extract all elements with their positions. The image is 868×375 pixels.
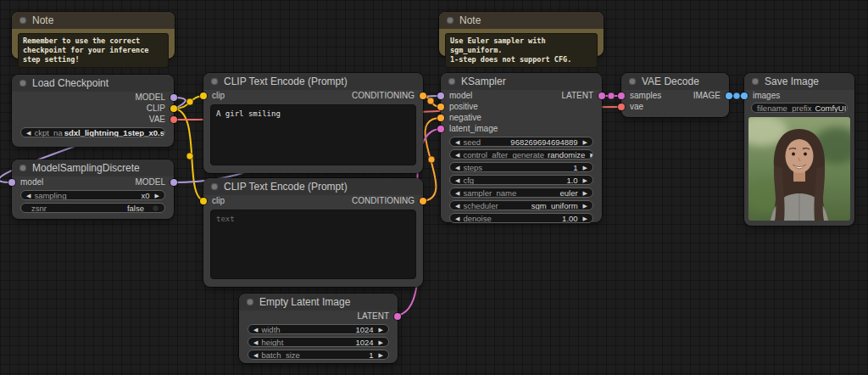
note-text[interactable]: Remember to use the correct checkpoint f…: [18, 33, 169, 68]
positive-input-port[interactable]: [437, 104, 444, 110]
images-input-port[interactable]: [741, 92, 748, 99]
model-output-port[interactable]: [170, 94, 177, 101]
prompt-textarea-placeholder[interactable]: text: [210, 210, 416, 279]
empty-latent-image-node[interactable]: Empty Latent Image LATENT ◀ width 1024 ▶…: [239, 294, 398, 363]
widget-label: height: [261, 338, 283, 347]
node-header[interactable]: CLIP Text Encode (Prompt): [203, 178, 423, 195]
cfg-widget[interactable]: ◀ cfg 1.0 ▶: [449, 175, 593, 185]
prev-arrow-icon[interactable]: ◀: [26, 130, 31, 136]
prev-arrow-icon[interactable]: ◀: [455, 139, 459, 145]
sampling-widget[interactable]: ◀ sampling x0 ▶: [20, 190, 165, 200]
node-header[interactable]: KSampler: [441, 73, 602, 90]
conditioning-output-port[interactable]: [420, 198, 426, 204]
next-arrow-icon[interactable]: ▶: [583, 165, 587, 171]
vae-decode-node[interactable]: VAE Decode samples IMAGE vae: [621, 73, 729, 117]
prev-arrow-icon[interactable]: ◀: [455, 165, 459, 171]
widget-value: 1024: [355, 338, 375, 347]
save-image-node[interactable]: Save Image images filename_prefix ComfyU…: [744, 73, 854, 226]
seed-widget[interactable]: ◀ seed 968269694694889 ▶: [449, 137, 593, 147]
collapse-dot-icon[interactable]: [211, 78, 218, 85]
next-arrow-icon[interactable]: ▶: [379, 352, 383, 358]
scheduler-widget[interactable]: ◀ scheduler sgm_uniform ▶: [449, 200, 593, 210]
model-input-port[interactable]: [437, 92, 444, 99]
sampler-name-widget[interactable]: ◀ sampler_name euler ▶: [449, 188, 593, 198]
toggle-knob-icon[interactable]: [152, 204, 159, 212]
node-header[interactable]: Empty Latent Image: [239, 294, 398, 311]
collapse-dot-icon[interactable]: [211, 183, 218, 190]
clip-input-port[interactable]: [200, 198, 207, 204]
collapse-dot-icon[interactable]: [448, 78, 455, 85]
collapse-dot-icon[interactable]: [629, 78, 636, 85]
widget-label: ckpt_na: [34, 128, 62, 137]
prev-arrow-icon[interactable]: ◀: [26, 193, 31, 199]
next-arrow-icon[interactable]: ▶: [155, 193, 159, 199]
width-widget[interactable]: ◀ width 1024 ▶: [248, 324, 389, 334]
node-header[interactable]: ModelSamplingDiscrete: [12, 160, 174, 176]
collapse-dot-icon[interactable]: [19, 165, 26, 171]
port-label: MODEL: [135, 177, 165, 187]
clip-text-encode-negative-node[interactable]: CLIP Text Encode (Prompt) clip CONDITION…: [203, 178, 423, 287]
latent-output-port[interactable]: [394, 313, 401, 320]
clip-input-port[interactable]: [200, 92, 207, 99]
ksampler-node[interactable]: KSampler model LATENT positive negative …: [441, 73, 602, 222]
next-arrow-icon[interactable]: ▶: [583, 177, 587, 183]
height-widget[interactable]: ◀ height 1024 ▶: [248, 337, 389, 347]
next-arrow-icon[interactable]: ▶: [583, 190, 587, 196]
next-arrow-icon[interactable]: ▶: [379, 339, 383, 345]
prev-arrow-icon[interactable]: ◀: [455, 152, 459, 158]
model-output-port[interactable]: [170, 179, 177, 186]
prev-arrow-icon[interactable]: ◀: [253, 339, 258, 345]
latent-image-input-port[interactable]: [437, 126, 444, 132]
denoise-widget[interactable]: ◀ denoise 1.00 ▶: [449, 213, 593, 223]
node-header[interactable]: Save Image: [744, 73, 854, 90]
note-header[interactable]: Note: [439, 12, 604, 29]
comfyui-node-graph-canvas[interactable]: { "app": { "name": "ComfyUI workflow gra…: [0, 0, 868, 375]
batch-size-widget[interactable]: ◀ batch_size 1 ▶: [248, 350, 389, 360]
note-header[interactable]: Note: [12, 12, 175, 29]
node-header[interactable]: VAE Decode: [621, 73, 729, 90]
image-output-port[interactable]: [726, 92, 732, 99]
steps-widget[interactable]: ◀ steps 1 ▶: [449, 162, 593, 172]
model-input-port[interactable]: [8, 179, 15, 186]
collapse-dot-icon[interactable]: [752, 78, 759, 85]
prev-arrow-icon[interactable]: ◀: [455, 177, 459, 183]
filename-prefix-widget[interactable]: filename_prefix ComfyUI: [751, 103, 848, 113]
conditioning-output-port[interactable]: [420, 92, 426, 99]
prev-arrow-icon[interactable]: ◀: [253, 327, 258, 333]
prev-arrow-icon[interactable]: ◀: [455, 203, 459, 209]
collapse-dot-icon[interactable]: [19, 17, 26, 24]
next-arrow-icon[interactable]: ▶: [590, 152, 593, 158]
prev-arrow-icon[interactable]: ◀: [455, 215, 459, 221]
widget-label: sampler_name: [463, 188, 516, 198]
next-arrow-icon[interactable]: ▶: [583, 203, 587, 209]
clip-output-port[interactable]: [170, 105, 177, 112]
next-arrow-icon[interactable]: ▶: [379, 327, 383, 333]
node-header[interactable]: CLIP Text Encode (Prompt): [203, 73, 423, 90]
prompt-textarea[interactable]: A girl smiling: [210, 104, 416, 165]
port-label: model: [20, 177, 43, 187]
collapse-dot-icon[interactable]: [247, 299, 253, 305]
node-header[interactable]: Load Checkpoint: [12, 75, 174, 92]
control-after-generate-widget[interactable]: ◀ control_after_generate randomize ▶: [449, 149, 593, 160]
vae-output-port[interactable]: [170, 116, 177, 123]
note-node-sampler[interactable]: Note Use Euler sampler with sgm_uniform.…: [439, 12, 604, 56]
port-label: positive: [449, 102, 478, 111]
note-node-checkpoint[interactable]: Note Remember to use the correct checkpo…: [12, 12, 175, 59]
ckpt-name-widget[interactable]: ◀ ckpt_na sdxl_lightning_1step_x0.safete…: [20, 127, 165, 137]
prev-arrow-icon[interactable]: ◀: [253, 352, 258, 358]
collapse-dot-icon[interactable]: [447, 17, 453, 24]
vae-input-port[interactable]: [618, 104, 625, 110]
model-sampling-discrete-node[interactable]: ModelSamplingDiscrete model MODEL ◀ samp…: [12, 160, 174, 219]
load-checkpoint-node[interactable]: Load Checkpoint MODEL CLIP VAE ◀ ckpt_na…: [12, 75, 174, 147]
note-text[interactable]: Use Euler sampler with sgm_uniform. 1-st…: [445, 33, 598, 68]
prev-arrow-icon[interactable]: ◀: [455, 190, 459, 196]
next-arrow-icon[interactable]: ▶: [583, 215, 587, 221]
negative-input-port[interactable]: [437, 115, 444, 121]
latent-output-port[interactable]: [598, 92, 605, 99]
clip-text-encode-positive-node[interactable]: CLIP Text Encode (Prompt) clip CONDITION…: [203, 73, 423, 173]
samples-input-port[interactable]: [618, 92, 625, 99]
zsnr-toggle-widget[interactable]: zsnr false: [20, 203, 165, 213]
next-arrow-icon[interactable]: ▶: [583, 139, 587, 145]
collapse-dot-icon[interactable]: [19, 80, 26, 87]
port-row-samples-image: samples IMAGE: [621, 90, 729, 101]
